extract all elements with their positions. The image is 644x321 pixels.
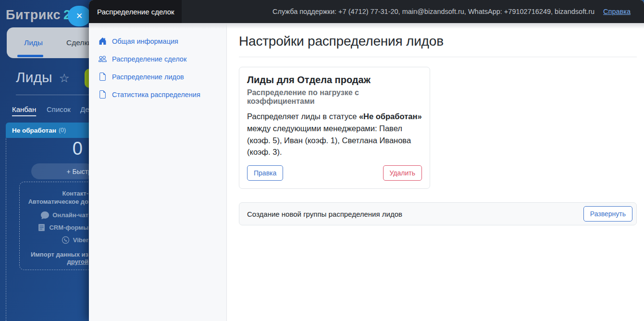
overlay-title-box: Распределение сделок — [89, 0, 182, 23]
sidebar-item-general[interactable]: Общая информация — [89, 33, 226, 49]
page-title: Настройки распределения лидов — [239, 34, 637, 49]
description-status: «Не обработан» — [359, 112, 422, 121]
card-actions: Правка Удалить — [247, 165, 422, 181]
tab-leads[interactable]: Лиды — [24, 38, 43, 47]
tab-deals[interactable]: Сделки — [66, 38, 92, 47]
kanban-total-count: 0 — [6, 138, 83, 159]
form-icon — [37, 223, 46, 232]
description-suffix: между следующими менеджерами: Павел (коэ… — [247, 124, 411, 157]
import-text: Импорт данных из — [31, 251, 88, 258]
sidebar-item-label: Общая информация — [112, 37, 178, 45]
channel-label: Онлайн-чат — [52, 211, 88, 219]
create-group-bar: Создание новой группы распределения лидо… — [239, 202, 637, 225]
channel-crm-forms[interactable]: CRM-формы — [20, 223, 88, 232]
view-tab-kanban[interactable]: Канбан — [12, 105, 36, 113]
view-tab-list[interactable]: Список — [47, 105, 71, 113]
description-prefix: Распределяет лиды в статусе — [247, 112, 359, 121]
help-link[interactable]: Справка — [603, 8, 631, 15]
sidebar-item-label: Распределение лидов — [112, 73, 184, 81]
view-tab-activities[interactable]: Де — [80, 105, 89, 113]
distribution-group-card: Лиды для Отдела продаж Распределение по … — [239, 67, 430, 189]
favorite-star-icon[interactable]: ☆ — [59, 71, 70, 85]
settings-sidebar: Общая информация Распределение сделок Ра… — [89, 23, 227, 321]
kanban-column-count: (0) — [59, 127, 66, 134]
kanban-column-border — [6, 138, 6, 321]
create-group-label: Создание новой группы распределения лидо… — [247, 210, 402, 218]
support-info: Служба поддержки: +7 (4712) 77-31-20, ma… — [272, 0, 644, 23]
contact-center-widget: Контакт- Автоматическое до Онлайн-чат CR… — [19, 182, 93, 270]
sidebar-item-lead-distribution[interactable]: Распределение лидов — [89, 68, 226, 85]
close-icon[interactable]: ✕ — [68, 6, 91, 26]
document-icon — [99, 73, 107, 81]
support-text: Служба поддержки: +7 (4712) 77-31-20, ma… — [272, 8, 594, 15]
import-data-text: Импорт данных из другой — [20, 251, 88, 265]
kanban-column-title: Не обработан — [12, 127, 56, 134]
delete-button[interactable]: Удалить — [383, 165, 422, 181]
home-icon — [99, 37, 107, 45]
settings-main: Настройки распределения лидов Лиды для О… — [227, 23, 644, 321]
sidebar-item-label: Распределение сделок — [112, 55, 186, 63]
chat-icon — [41, 211, 49, 219]
overlay-header: Распределение сделок Служба поддержки: +… — [89, 0, 644, 23]
overlay-body: Общая информация Распределение сделок Ра… — [89, 23, 644, 321]
card-description: Распределяет лиды в статусе «Не обработа… — [247, 111, 422, 158]
import-link[interactable]: другой — [67, 258, 88, 265]
widget-line1: Контакт- — [20, 190, 88, 197]
channel-viber[interactable]: Viber — [20, 236, 88, 244]
edit-button[interactable]: Правка — [247, 165, 283, 181]
people-icon — [99, 55, 107, 63]
sidebar-item-statistics[interactable]: Статистика распределения — [89, 86, 226, 103]
channel-online-chat[interactable]: Онлайн-чат — [20, 211, 88, 219]
close-glyph: ✕ — [76, 11, 83, 21]
kanban-column-header[interactable]: Не обработан (0) — [6, 123, 92, 138]
expand-button[interactable]: Развернуть — [583, 206, 632, 222]
channel-label: CRM-формы — [49, 224, 88, 231]
settings-overlay: Распределение сделок Служба поддержки: +… — [89, 0, 644, 321]
logo-brand: Битрикс — [6, 8, 61, 22]
leads-title-text: Лиды — [16, 69, 52, 86]
widget-line2: Автоматическое до — [20, 198, 88, 205]
viber-icon — [62, 236, 70, 244]
card-subtitle: Распределение по нагрузке с коэффициента… — [247, 88, 422, 106]
quick-lead-button[interactable]: + Быстр — [31, 163, 94, 179]
sidebar-item-deal-distribution[interactable]: Распределение сделок — [89, 50, 226, 67]
card-title: Лиды для Отдела продаж — [247, 74, 422, 86]
sidebar-item-label: Статистика распределения — [112, 91, 200, 99]
title-rule — [239, 57, 637, 57]
screen: Битрикс24 ✕ Лиды Сделки Лиды ☆ Канбан Сп… — [0, 0, 644, 321]
quick-lead-label: + Быстр — [66, 168, 92, 175]
overlay-title: Распределение сделок — [97, 8, 174, 16]
channel-label: Viber — [73, 236, 88, 244]
document-icon — [99, 90, 107, 99]
leads-page-title: Лиды ☆ — [16, 69, 70, 86]
active-tab-indicator — [17, 55, 43, 57]
